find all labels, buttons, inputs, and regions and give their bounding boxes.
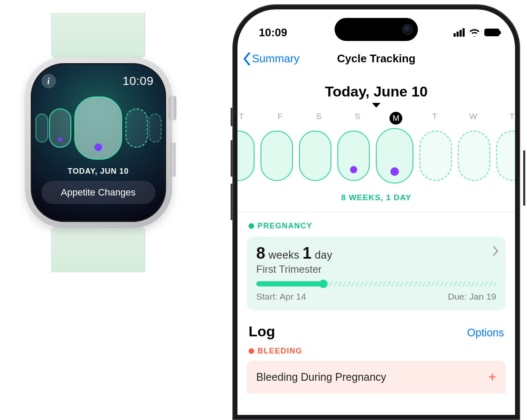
log-title: Log: [249, 323, 275, 340]
phone-volume-up-button[interactable]: [231, 140, 233, 177]
weekday-label-active: M: [377, 112, 416, 125]
today-marker-arrow-icon: [237, 102, 515, 110]
plus-icon[interactable]: +: [488, 369, 496, 385]
cycle-day-oval[interactable]: [49, 108, 71, 148]
symptom-dot-icon: [58, 137, 62, 142]
apple-watch-device: i 10:09 TODAY, JUN 10 Appetite Changes: [17, 13, 179, 272]
watch-screen: i 10:09 TODAY, JUN 10 Appetite Changes: [31, 63, 166, 222]
watch-band-top: [51, 13, 145, 60]
gestational-age-label: 8 WEEKS, 1 DAY: [237, 193, 515, 202]
watch-time: 10:09: [123, 74, 154, 88]
cellular-signal-icon: [454, 28, 465, 37]
symptom-dot-icon: [350, 166, 357, 173]
info-button[interactable]: i: [41, 74, 56, 88]
dynamic-island[interactable]: [335, 18, 418, 41]
cycle-day-oval[interactable]: [35, 114, 48, 143]
cycle-day-oval-future[interactable]: [419, 131, 452, 181]
bleeding-log-row[interactable]: Bleeding During Pregnancy +: [247, 361, 506, 394]
back-button-label: Summary: [252, 52, 299, 65]
pregnancy-progress-fill: [256, 281, 323, 286]
watch-date-label: TODAY, JUN 10: [40, 167, 157, 176]
pregnancy-section-header: PREGNANCY: [237, 212, 515, 235]
cycle-day-oval-future[interactable]: [149, 114, 161, 143]
weekday-label: T: [416, 112, 454, 125]
pregnancy-start-label: Start: Apr 14: [256, 292, 306, 302]
bleeding-row-label: Bleeding During Pregnancy: [256, 371, 386, 383]
cycle-day-oval[interactable]: [233, 131, 255, 181]
cycle-day-oval[interactable]: [337, 131, 370, 181]
weekday-label: F: [261, 112, 300, 125]
iphone-device: 10:09 Summary Cycle Tracking Today, June: [233, 5, 523, 419]
pregnancy-progress-knob: [319, 280, 328, 288]
wifi-icon: [469, 28, 480, 37]
pregnancy-duration: 8 weeks 1 day: [256, 244, 496, 262]
front-camera-icon: [404, 25, 412, 34]
cycle-day-oval[interactable]: [299, 131, 331, 181]
chevron-right-icon: [493, 246, 499, 258]
cycle-day-oval-future[interactable]: [496, 131, 519, 181]
cycle-day-oval-future[interactable]: [458, 131, 490, 181]
pregnancy-card[interactable]: 8 weeks 1 day First Trimester Start: Apr…: [247, 236, 506, 310]
nav-bar: Summary Cycle Tracking: [237, 43, 515, 70]
phone-volume-down-button[interactable]: [231, 184, 233, 220]
chevron-left-icon: [243, 52, 251, 65]
phone-ringer-switch[interactable]: [231, 108, 233, 126]
bleeding-section-label: BLEEDING: [258, 347, 302, 356]
log-header-row: Log Options: [237, 310, 515, 343]
cycle-day-oval[interactable]: [261, 131, 293, 181]
symptom-log-button[interactable]: Appetite Changes: [41, 181, 155, 204]
pregnancy-trimester: First Trimester: [256, 263, 496, 275]
page-title: Cycle Tracking: [337, 52, 416, 65]
cycle-day-oval-future[interactable]: [126, 108, 148, 148]
bleeding-section-header: BLEEDING: [237, 343, 515, 359]
cycle-day-oval-today[interactable]: [74, 96, 122, 160]
weekday-label: S: [338, 112, 377, 125]
phone-screen: 10:09 Summary Cycle Tracking Today, June: [233, 5, 519, 419]
weekday-label: S: [299, 112, 338, 125]
pregnancy-progress-bar: [256, 281, 496, 286]
bullet-icon: [249, 223, 254, 229]
phone-side-button[interactable]: [523, 150, 525, 206]
watch-band-bottom: [51, 225, 145, 272]
watch-cycle-day-row[interactable]: [40, 96, 157, 160]
bullet-icon: [249, 348, 254, 354]
symptom-dot-icon: [390, 167, 399, 176]
today-date-header: Today, June 10: [237, 83, 515, 100]
cycle-day-scroller[interactable]: [233, 127, 519, 188]
pregnancy-due-label: Due: Jan 19: [448, 292, 496, 302]
watch-side-button[interactable]: [170, 143, 176, 177]
digital-crown[interactable]: [169, 96, 176, 120]
weekday-label: W: [454, 112, 493, 125]
log-options-button[interactable]: Options: [467, 327, 504, 339]
back-button[interactable]: Summary: [243, 52, 299, 65]
weekday-label: T: [493, 112, 520, 125]
pregnancy-dates-row: Start: Apr 14 Due: Jan 19: [256, 292, 496, 302]
weekday-label: T: [233, 112, 261, 125]
weekday-row: T F S S M T W T: [233, 110, 519, 127]
pregnancy-section-label: PREGNANCY: [258, 222, 313, 230]
status-time: 10:09: [259, 26, 287, 39]
battery-icon: [484, 29, 500, 36]
symptom-dot-icon: [94, 143, 102, 151]
cycle-day-oval-today[interactable]: [376, 128, 413, 184]
watch-case: i 10:09 TODAY, JUN 10 Appetite Changes: [25, 57, 172, 228]
